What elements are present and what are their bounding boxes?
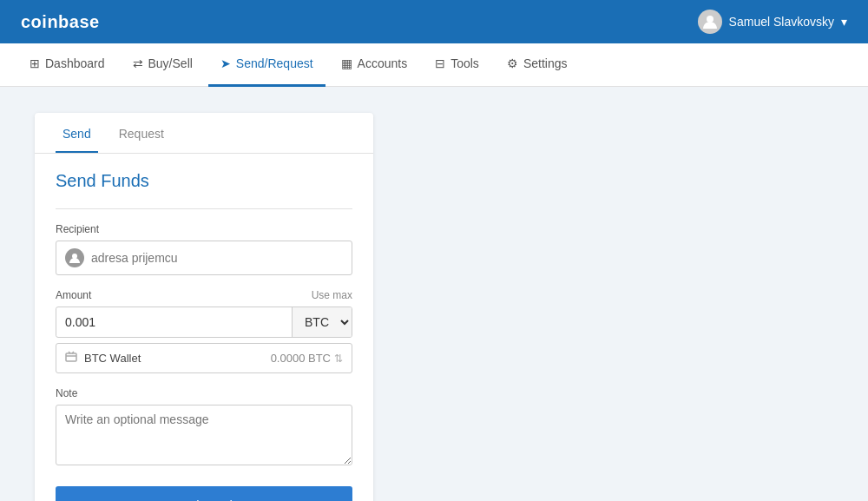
- main-content: Send Request Send Funds Recipient: [0, 87, 868, 501]
- nav-label-accounts: Accounts: [358, 56, 408, 70]
- wallet-name: BTC Wallet: [84, 352, 141, 365]
- form-title: Send Funds: [56, 171, 352, 191]
- accounts-icon: ▦: [341, 56, 352, 70]
- nav-item-tools[interactable]: ⊟ Tools: [423, 43, 491, 87]
- recipient-label: Recipient: [56, 223, 352, 235]
- dashboard-icon: ⊞: [30, 56, 40, 70]
- tab-request[interactable]: Request: [112, 113, 171, 153]
- amount-group: Amount Use max BTC ETH LTC: [56, 289, 352, 373]
- nav-item-accounts[interactable]: ▦ Accounts: [329, 43, 420, 87]
- note-textarea[interactable]: [56, 405, 352, 465]
- chevron-down-icon: ▾: [841, 15, 847, 29]
- tools-icon: ⊟: [435, 56, 445, 70]
- svg-point-0: [707, 16, 713, 23]
- recipient-avatar-icon: [65, 248, 84, 267]
- amount-input[interactable]: [56, 308, 292, 336]
- wallet-balance: 0.0000 BTC ⇅: [271, 352, 343, 365]
- buysell-icon: ⇄: [133, 56, 143, 70]
- wallet-icon: [65, 351, 77, 366]
- amount-label-row: Amount Use max: [56, 289, 352, 301]
- currency-select[interactable]: BTC ETH LTC: [292, 307, 352, 337]
- nav-item-buysell[interactable]: ⇄ Buy/Sell: [121, 43, 205, 87]
- note-group: Note: [56, 387, 352, 469]
- nav-label-dashboard: Dashboard: [45, 56, 105, 70]
- note-label: Note: [56, 387, 352, 399]
- wallet-row[interactable]: BTC Wallet 0.0000 BTC ⇅: [56, 343, 352, 373]
- card-tabs: Send Request: [35, 113, 373, 154]
- nav-label-buysell: Buy/Sell: [148, 56, 193, 70]
- user-menu[interactable]: Samuel Slavkovsky ▾: [698, 10, 847, 34]
- nav-label-settings: Settings: [523, 56, 568, 70]
- main-nav: ⊞ Dashboard ⇄ Buy/Sell ➤ Send/Request ▦ …: [0, 43, 868, 87]
- wallet-arrows-icon: ⇅: [334, 353, 343, 365]
- wallet-left: BTC Wallet: [65, 351, 141, 366]
- avatar: [698, 10, 722, 34]
- use-max-button[interactable]: Use max: [312, 289, 352, 301]
- recipient-group: Recipient: [56, 223, 352, 275]
- nav-item-sendrequest[interactable]: ➤ Send/Request: [208, 43, 326, 87]
- tab-send[interactable]: Send: [56, 113, 98, 153]
- app-header: coinbase Samuel Slavkovsky ▾: [0, 0, 868, 43]
- amount-input-wrapper: BTC ETH LTC: [56, 307, 352, 338]
- recipient-input-wrapper: [56, 241, 352, 275]
- nav-item-dashboard[interactable]: ⊞ Dashboard: [17, 43, 117, 87]
- user-name: Samuel Slavkovsky: [729, 15, 834, 29]
- amount-label: Amount: [56, 289, 91, 301]
- form-divider: [56, 208, 352, 209]
- nav-item-settings[interactable]: ⚙ Settings: [495, 43, 580, 87]
- sendrequest-icon: ➤: [220, 56, 231, 70]
- svg-rect-2: [66, 353, 76, 361]
- settings-icon: ⚙: [507, 56, 518, 70]
- send-form: Send Funds Recipient A: [35, 154, 373, 501]
- nav-label-tools: Tools: [450, 56, 479, 70]
- app-logo: coinbase: [21, 12, 100, 32]
- send-funds-button[interactable]: Send Funds: [56, 486, 352, 501]
- send-card: Send Request Send Funds Recipient: [35, 113, 373, 501]
- recipient-input[interactable]: [91, 251, 343, 265]
- nav-label-sendrequest: Send/Request: [236, 56, 313, 70]
